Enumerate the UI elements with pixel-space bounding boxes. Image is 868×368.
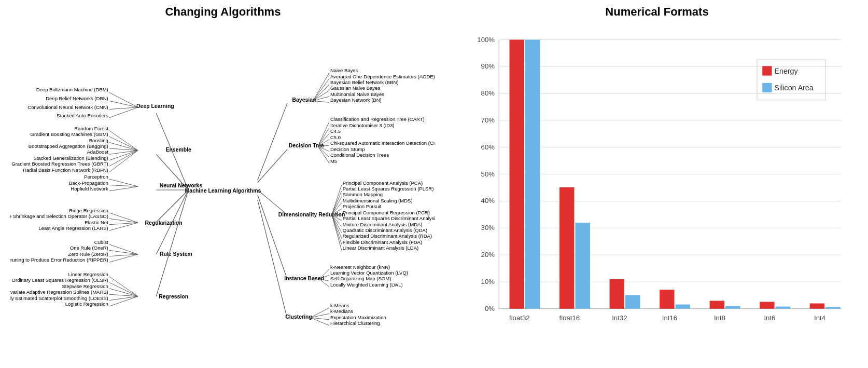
leaf-perceptron: Perceptron [84, 174, 108, 180]
y-label-30: 30% [481, 224, 495, 231]
bar-int8-energy [710, 301, 724, 308]
leaf-ridge: Ridge Regression [69, 208, 108, 213]
leaf-cart: Classification and Regression Tree (CART… [330, 116, 425, 122]
bar-float16-energy [559, 187, 574, 309]
legend-silicon-label: Silicon Area [775, 84, 814, 92]
y-label-100: 100% [477, 36, 495, 44]
y-label-50: 50% [481, 170, 495, 178]
bar-int16-silicon [676, 305, 690, 309]
bar-int6-energy [760, 302, 774, 309]
bar-int32-energy [610, 279, 624, 309]
leaf-rda: Regularized Discriminant Analysis (RDA) [343, 233, 432, 239]
chart-area: 100% 90% 80% 70% 60% 50% 40% 30% 20% [456, 24, 858, 351]
svg-line-12 [109, 151, 138, 167]
svg-line-42 [258, 149, 287, 183]
y-label-80: 80% [481, 89, 495, 97]
x-label-int6: Int6 [764, 314, 775, 322]
leaf-lda: Linear Discriminant Analysis (LDA) [343, 245, 418, 251]
branch-deep-learning: Deep Learning [136, 103, 174, 109]
svg-line-37 [313, 78, 329, 101]
x-label-float32: float32 [509, 314, 530, 322]
leaf-pcr: Principal Component Regression (PCR) [343, 210, 430, 215]
legend-energy-swatch [762, 66, 772, 75]
leaf-bn: Bayesian Network (BN) [330, 97, 382, 103]
mindmap-svg: Machine Learning Algorithms Deep Learnin… [10, 24, 436, 356]
leaf-plsda: Partial Least Squares Discriminant Analy… [343, 215, 436, 221]
leaf-c50: C5.0 [330, 134, 341, 140]
leaf-cdt: Conditional Decision Trees [330, 152, 389, 158]
svg-line-63 [332, 215, 342, 251]
leaf-olsr: Ordinary Least Squares Regression (OLSR) [12, 277, 108, 283]
leaf-stepwise: Stepwise Regression [62, 283, 108, 289]
branch-rule: Rule System [160, 251, 192, 257]
leaf-qda: Quadratic Discriminant Analysis (QDA) [343, 227, 427, 233]
bar-float32-silicon [525, 39, 540, 308]
leaf-mars: Multivariate Adaptive Regression Splines… [10, 289, 108, 295]
svg-line-19 [109, 213, 138, 223]
leaf-stump: Decision Stump [330, 146, 365, 152]
svg-line-20 [109, 219, 138, 223]
svg-line-2 [109, 101, 138, 107]
bar-int8-silicon [725, 306, 740, 309]
leaf-ripper: Repeated Incremental Pruning to Produce … [10, 257, 108, 263]
leaf-bbn: Bayesian Belief Network (BBN) [330, 79, 399, 85]
leaf-adaboost: AdaBoost [87, 149, 109, 155]
leaf-gbrt: Gradient Boosted Regression Trees (GBRT) [11, 161, 108, 167]
leaf-knn: k-Nearest Neighbour (kNN) [330, 264, 390, 270]
bar-int6-silicon [776, 307, 790, 309]
leaf-m5: M5 [330, 158, 337, 164]
y-label-10: 10% [481, 278, 495, 285]
leaf-aode: Averaged One-Dependence Estimators (AODE… [330, 74, 435, 79]
svg-line-6 [109, 131, 138, 151]
leaf-pca: Principal Component Analysis (PCA) [343, 180, 423, 186]
leaf-lars: Least Angle Regression (LARS) [38, 225, 108, 231]
x-label-int32: Int32 [612, 314, 627, 322]
leaf-logreg: Logistic Regression [65, 301, 108, 307]
svg-line-70 [311, 308, 329, 318]
leaf-c45: C4.5 [330, 128, 341, 134]
leaf-loess: Locally Estimated Scatterplot Smoothing … [10, 295, 108, 301]
leaf-lasso: Least Absolute Shrinkage and Selection O… [10, 213, 108, 219]
x-label-int8: Int8 [714, 314, 725, 322]
center-node: Machine Learning Algorithms [185, 188, 261, 194]
svg-line-25 [109, 250, 138, 254]
svg-line-33 [109, 296, 138, 301]
y-label-20: 20% [481, 251, 495, 258]
svg-line-11 [109, 151, 138, 160]
leaf-lvq: Learning Vector Quantization (LVQ) [330, 270, 408, 276]
leaf-sae: Stacked Auto-Encoders [57, 113, 108, 118]
x-label-int4: Int4 [814, 314, 825, 322]
leaf-multinomial: Multinomial Naive Bayes [330, 91, 384, 97]
leaf-bagging: Bootstrapped Aggregation (Bagging) [29, 143, 108, 149]
leaf-hierarchical: Hierarchical Clustering [330, 320, 380, 326]
svg-line-1 [109, 92, 138, 107]
leaf-fda: Flexible Discriminant Analysis (FDA) [343, 239, 422, 245]
y-label-0: 0% [485, 305, 495, 312]
svg-line-71 [311, 314, 329, 318]
leaf-gaussian: Gaussian Naive Bayes [330, 85, 381, 91]
y-label-40: 40% [481, 197, 495, 205]
svg-line-51 [258, 190, 287, 215]
leaf-oner: One Rule (OneR) [70, 245, 108, 251]
svg-line-61 [332, 215, 342, 239]
left-panel: Changing Algorithms Machine Learning Alg… [0, 0, 446, 368]
x-label-int16: Int16 [662, 314, 677, 322]
leaf-gbm: Gradient Boosting Machines (GBM) [31, 131, 108, 137]
branch-ensemble: Ensemble [165, 147, 191, 153]
chart-svg: 100% 90% 80% 70% 60% 50% 40% 30% 20% [456, 24, 858, 351]
leaf-linreg: Linear Regression [68, 271, 108, 277]
leaf-id3: Iterative Dichotomiser 3 (ID3) [330, 122, 395, 128]
bar-int4-energy [810, 304, 824, 309]
branch-bayesian: Bayesian [292, 97, 316, 103]
svg-line-53 [332, 191, 342, 215]
x-label-float16: float16 [559, 314, 580, 322]
leaf-pp: Projection Pursuit [343, 203, 382, 209]
legend-border [757, 60, 825, 100]
svg-line-35 [258, 103, 287, 180]
bar-int16-energy [660, 290, 674, 309]
leaf-som: Self-Organizing Map (SOM) [330, 276, 391, 281]
legend-energy-label: Energy [775, 67, 799, 75]
leaf-elasticnet: Elastic Net [85, 220, 108, 225]
leaf-dbm: Deep Boltzmann Machine (DBM) [36, 87, 108, 92]
branch-clustering: Clustering [285, 314, 312, 320]
